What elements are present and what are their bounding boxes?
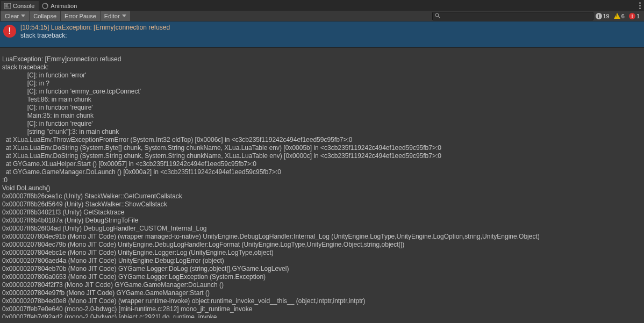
tab-console[interactable]: Console	[1, 1, 39, 11]
warning-count: 6	[621, 13, 625, 19]
collapse-button[interactable]: Collapse	[30, 11, 61, 21]
tab-animation-label: Animation	[51, 3, 77, 9]
log-entry-text: [10:54:15] LuaException: [Emmy]connectio…	[20, 24, 170, 40]
chevron-down-icon	[122, 15, 126, 17]
error-icon: !	[629, 13, 635, 19]
console-icon	[4, 3, 11, 9]
collapse-label: Collapse	[33, 13, 56, 19]
warning-icon	[614, 13, 620, 19]
search-icon	[435, 13, 440, 19]
error-pause-button[interactable]: Error Pause	[61, 11, 101, 21]
info-filter[interactable]: ! 19	[593, 13, 612, 19]
clear-button[interactable]: Clear	[1, 11, 30, 21]
log-details[interactable]: LuaException: [Emmy]connection refused s…	[0, 48, 644, 318]
warning-filter[interactable]: 6	[612, 13, 627, 19]
log-entry-line1: [10:54:15] LuaException: [Emmy]connectio…	[20, 24, 170, 32]
panel-menu-icon[interactable]	[638, 1, 642, 10]
svg-point-5	[435, 13, 439, 17]
search-input[interactable]	[432, 12, 593, 20]
error-count: 1	[636, 13, 640, 19]
error-pause-label: Error Pause	[65, 13, 96, 19]
tab-bar: Console Animation	[0, 0, 644, 11]
chevron-down-icon	[21, 15, 25, 17]
log-entry-line2: stack traceback:	[20, 32, 170, 40]
animation-icon	[42, 3, 48, 9]
info-icon: !	[596, 13, 602, 19]
tab-animation[interactable]: Animation	[39, 1, 81, 11]
editor-label: Editor	[104, 13, 120, 19]
error-icon: !	[3, 25, 16, 38]
editor-dropdown[interactable]: Editor	[101, 11, 131, 21]
info-count: 19	[603, 13, 610, 19]
log-entry[interactable]: ! [10:54:15] LuaException: [Emmy]connect…	[0, 21, 644, 48]
error-filter[interactable]: ! 1	[627, 13, 642, 19]
search-wrap: ! 19 6 ! 1	[432, 12, 645, 20]
clear-label: Clear	[5, 13, 19, 19]
svg-line-6	[438, 16, 440, 18]
message-filters: ! 19 6 ! 1	[593, 13, 642, 19]
tab-console-label: Console	[13, 3, 34, 9]
console-toolbar: Clear Collapse Error Pause Editor ! 19 6	[0, 11, 644, 21]
